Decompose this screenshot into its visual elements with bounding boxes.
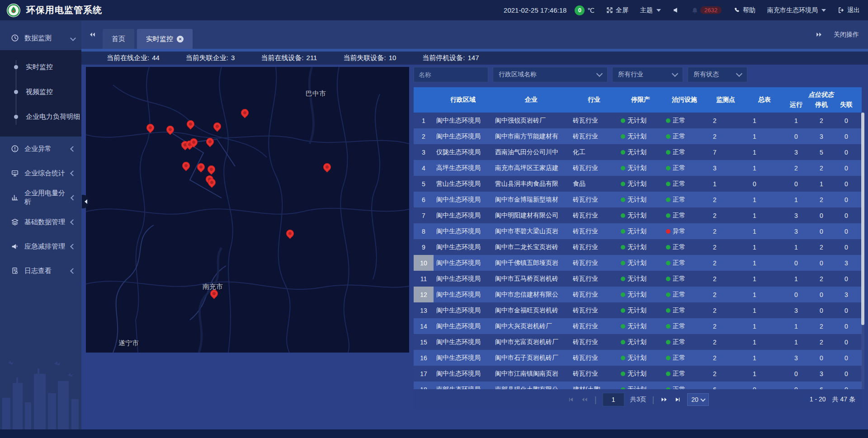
cell-limit-status-text: 无计划 bbox=[627, 291, 646, 299]
table-row[interactable]: 10阆中生态环境局阆中千佛镇五郎垭页岩砖瓦行业无计划正常21003 bbox=[414, 255, 862, 271]
header-cell-4: 治污设施 bbox=[663, 87, 706, 113]
org-menu[interactable]: 南充市生态环境局 bbox=[767, 6, 826, 14]
table-row[interactable]: 14阆中生态环境局阆中大兴页岩机砖厂砖瓦行业无计划正常21120 bbox=[414, 318, 862, 334]
table-row[interactable]: 16阆中生态环境局阆中市石子页岩机砖厂砖瓦行业无计划正常21300 bbox=[414, 350, 862, 366]
cell-facility-status: 正常 bbox=[663, 287, 706, 302]
sidebar-subitem-1[interactable]: 视频监控 bbox=[0, 80, 81, 104]
cell-index: 6 bbox=[414, 192, 434, 207]
sidebar-subitem-0[interactable]: 实时监控 bbox=[0, 55, 81, 80]
cell-industry: 砖瓦行业 bbox=[570, 239, 618, 255]
next-page-button[interactable] bbox=[660, 396, 668, 403]
cell-index: 3 bbox=[414, 144, 434, 160]
cell-lost: 0 bbox=[834, 318, 859, 334]
sidebar-item-2[interactable]: 企业综合统计 bbox=[0, 161, 81, 185]
table-row[interactable]: 6阆中生态环境局阆中市金博瑞新型墙材砖瓦行业无计划正常21120 bbox=[414, 192, 862, 207]
cell-limit-status: 无计划 bbox=[618, 318, 663, 334]
status-dot-green bbox=[621, 182, 625, 186]
cell-run: 0 bbox=[783, 128, 809, 144]
cell-points: 1 bbox=[706, 176, 745, 192]
cell-limit-status-text: 无计划 bbox=[627, 243, 646, 251]
cell-company: 阆中强锐页岩砖厂 bbox=[492, 113, 570, 128]
sidebar-subitem-2[interactable]: 企业电力负荷明细 bbox=[0, 104, 81, 129]
table-row[interactable]: 3仪陇生态环境局西南油气田分公司川中化工无计划正常71350 bbox=[414, 144, 862, 160]
map-panel[interactable]: 巴中市南充市遂宁市 bbox=[86, 67, 409, 353]
sidebar-item-6[interactable]: 日志查看 bbox=[0, 259, 81, 283]
header-subcell-2: 失联 bbox=[834, 101, 859, 109]
logout-button[interactable]: 退出 bbox=[838, 6, 860, 14]
prev-page-button[interactable] bbox=[580, 396, 589, 403]
table-row[interactable]: 18南部生态环境局南部县砚化土陶有限公建材(土陶无计划正常60060 bbox=[414, 381, 862, 389]
industry-filter-select[interactable]: 所有行业 bbox=[612, 67, 683, 82]
cell-company-text: 南部县砚化土陶有限公 bbox=[495, 386, 558, 390]
table-scrollbar[interactable] bbox=[861, 113, 864, 389]
cell-meters: 1 bbox=[745, 192, 783, 207]
table-row[interactable]: 5营山生态环境局营山县润丰肉食品有限食品无计划正常10010 bbox=[414, 176, 862, 192]
cell-region-text: 阆中生态环境局 bbox=[436, 132, 481, 141]
cell-run: 3 bbox=[783, 302, 809, 318]
sidebar-item-5[interactable]: 应急减排管理 bbox=[0, 234, 81, 259]
status-filter-select[interactable]: 所有状态 bbox=[688, 67, 747, 82]
notifications[interactable]: 2632 bbox=[691, 6, 722, 14]
cell-region-text: 南部生态环境局 bbox=[436, 386, 481, 390]
sidebar-item-0[interactable]: 数据监测 bbox=[0, 26, 81, 50]
cell-company-text: 西南油气田分公司川中 bbox=[495, 148, 558, 156]
cell-company-text: 阆中千佛镇五郎垭页岩 bbox=[495, 259, 558, 267]
region-filter-select[interactable]: 行政区域名称 bbox=[493, 67, 608, 82]
cell-limit-status-text: 无计划 bbox=[627, 132, 646, 141]
tab-home[interactable]: 首页 bbox=[103, 29, 134, 49]
table-row[interactable]: 4高坪生态环境局南充市高坪区王家店建砖瓦行业无计划正常31220 bbox=[414, 160, 862, 176]
close-operations-button[interactable]: 关闭操作 bbox=[834, 31, 859, 39]
table-row[interactable]: 1阆中生态环境局阆中强锐页岩砖厂砖瓦行业无计划正常21120 bbox=[414, 113, 862, 128]
header-cell-2: 行业 bbox=[570, 87, 618, 113]
tabs-scroll-right-button[interactable] bbox=[815, 31, 823, 38]
last-page-button[interactable] bbox=[674, 396, 681, 403]
bottom-strip bbox=[0, 429, 868, 438]
sidebar-item-3[interactable]: 企业用电量分析 bbox=[0, 185, 81, 210]
header-cell-3: 停限产 bbox=[618, 87, 663, 113]
cell-lost: 0 bbox=[834, 350, 859, 366]
logout-label: 退出 bbox=[847, 6, 860, 14]
cell-region: 阆中生态环境局 bbox=[434, 271, 492, 287]
bell-icon bbox=[691, 7, 698, 14]
table-row[interactable]: 2阆中生态环境局阆中市南方节能建材有砖瓦行业无计划正常21030 bbox=[414, 128, 862, 144]
cell-lost: 0 bbox=[834, 128, 859, 144]
tabs-scroll-left-button[interactable] bbox=[89, 31, 96, 38]
table-row[interactable]: 12阆中生态环境局阆中市忠信建材有限公砖瓦行业无计划正常21003 bbox=[414, 287, 862, 302]
cell-company-text: 阆中市南方节能建材有 bbox=[495, 132, 558, 141]
cell-limit-status-text: 无计划 bbox=[627, 354, 646, 362]
chevron-left-icon bbox=[70, 170, 76, 176]
table-row[interactable]: 7阆中生态环境局阆中明阳建材有限公司砖瓦行业无计划正常21300 bbox=[414, 207, 862, 223]
cell-company-text: 阆中明阳建材有限公司 bbox=[495, 212, 558, 220]
cell-facility-status-text: 正常 bbox=[673, 291, 685, 299]
cell-run: 1 bbox=[783, 239, 809, 255]
status-dot-green bbox=[621, 261, 625, 265]
first-page-button[interactable] bbox=[567, 396, 575, 403]
table-row[interactable]: 9阆中生态环境局阆中市二龙长宝页岩砖砖瓦行业无计划正常21120 bbox=[414, 239, 862, 255]
sidebar-item-1[interactable]: 企业异常 bbox=[0, 137, 81, 161]
cell-facility-status-text: 正常 bbox=[673, 370, 685, 378]
cell-facility-status-text: 正常 bbox=[673, 180, 685, 188]
tab-realtime-monitor[interactable]: 实时监控 × bbox=[137, 29, 193, 49]
cell-stop: 0 bbox=[809, 302, 834, 318]
mute-speaker-icon[interactable] bbox=[673, 7, 679, 14]
status-dot-green bbox=[666, 261, 670, 265]
cell-limit-status: 无计划 bbox=[618, 302, 663, 318]
table-row[interactable]: 13阆中生态环境局阆中市金福旺页岩机砖砖瓦行业无计划正常21300 bbox=[414, 302, 862, 318]
table-row[interactable]: 8阆中生态环境局阆中市枣碧大梁山页岩砖瓦行业无计划异常21300 bbox=[414, 223, 862, 239]
close-icon[interactable]: × bbox=[177, 36, 184, 42]
table-row[interactable]: 11阆中生态环境局阆中市五马桥页岩机砖砖瓦行业无计划正常21120 bbox=[414, 271, 862, 287]
help-button[interactable]: 帮助 bbox=[733, 6, 755, 14]
cell-stop: 0 bbox=[809, 255, 834, 271]
sidebar-item-4[interactable]: 基础数据管理 bbox=[0, 210, 81, 234]
fullscreen-button[interactable]: 全屏 bbox=[606, 6, 628, 14]
table-row[interactable]: 17阆中生态环境局阆中市江南镇阆南页岩砖瓦行业无计划正常21030 bbox=[414, 366, 862, 381]
cell-limit-status-text: 无计划 bbox=[627, 196, 646, 204]
cell-lost: 0 bbox=[834, 302, 859, 318]
theme-label: 主题 bbox=[640, 6, 653, 14]
page-number-input[interactable] bbox=[603, 393, 624, 406]
name-filter-input[interactable] bbox=[414, 67, 488, 82]
cell-industry: 食品 bbox=[570, 176, 618, 192]
table-row[interactable]: 15阆中生态环境局阆中市光富页岩机砖厂砖瓦行业无计划正常21120 bbox=[414, 334, 862, 350]
theme-menu[interactable]: 主题 bbox=[640, 6, 661, 14]
page-size-select[interactable]: 20 bbox=[687, 393, 709, 406]
